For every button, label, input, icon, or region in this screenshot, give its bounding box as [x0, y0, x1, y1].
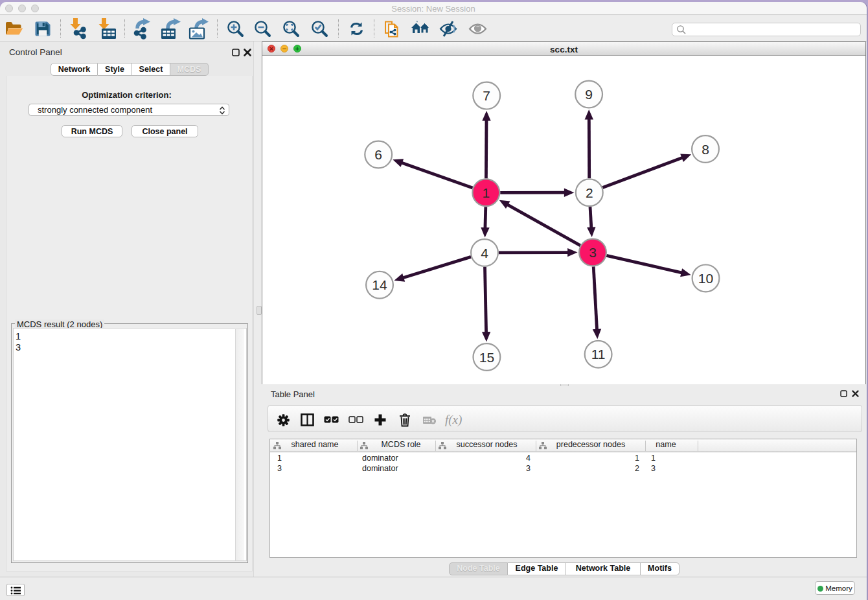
svg-text:3: 3	[589, 245, 597, 260]
svg-text:8: 8	[702, 142, 709, 157]
svg-text:11: 11	[591, 347, 606, 362]
svg-text:14: 14	[372, 277, 387, 292]
svg-text:6: 6	[374, 147, 382, 162]
svg-text:4: 4	[481, 246, 488, 260]
svg-text:2: 2	[586, 185, 593, 200]
svg-text:15: 15	[479, 350, 494, 365]
svg-text:7: 7	[483, 88, 490, 103]
svg-text:1: 1	[482, 185, 490, 200]
svg-text:9: 9	[585, 87, 593, 102]
svg-text:10: 10	[698, 271, 713, 286]
